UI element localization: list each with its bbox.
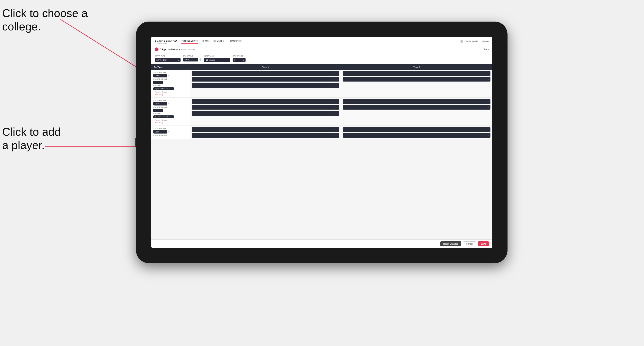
player-x-2-1[interactable]: × [486, 72, 486, 75]
player-chevron-3-2[interactable]: ⌄ [336, 106, 338, 108]
player-chevron-2-1[interactable]: ⌄ [488, 72, 489, 75]
nav-tournaments[interactable]: TOURNAMENTS [182, 39, 198, 44]
intervals-select[interactable]: 10 Minutes 5 Minutes 15 Minutes [204, 58, 230, 62]
intervals-label: Intervals [204, 55, 230, 57]
course-remove-1[interactable]: × [169, 88, 170, 90]
group-row-2: Starting Time: ⏱ Starting Hole: ⌃⌄ Cours… [151, 98, 492, 126]
course-name-1: (A) Peachtree GC [155, 88, 168, 90]
group-size-select[interactable]: 3 2 4 [232, 58, 246, 62]
player-slot-4-1[interactable]: × ⌄ [343, 99, 490, 104]
group-size-group: Group Size 3 2 4 [232, 55, 246, 62]
cancel-button[interactable]: Cancel [463, 241, 476, 246]
schedule-area: Tee Time Team 1 Team 2 Starting Time: ⏱ … [151, 64, 492, 239]
player-chevron-1-1[interactable]: ⌄ [336, 72, 338, 75]
nav-rankings[interactable]: RANKINGS [230, 39, 242, 44]
course-slot-2[interactable]: × ⌄ [192, 111, 339, 116]
starting-hole-input-2[interactable] [153, 109, 163, 112]
sign-out-link[interactable]: Sign out [482, 40, 489, 42]
course-chevron-slot-1[interactable]: ⌄ [336, 85, 338, 87]
add-group-2[interactable]: + Add Group [153, 122, 188, 124]
logo-sub: Powered by clippd [155, 42, 177, 44]
starting-hole-label-2: Starting Hole: [153, 106, 188, 108]
player-x-5-2[interactable]: × [334, 134, 336, 136]
remove-group-1[interactable]: ○ Remove Group [153, 91, 188, 93]
intervals-group: Intervals 10 Minutes 5 Minutes 15 Minute… [204, 55, 230, 62]
course-chevron-1[interactable]: ⌄ [171, 88, 172, 90]
player-x-1-2[interactable]: × [334, 78, 336, 80]
starting-time-input-1[interactable] [153, 74, 167, 77]
course-chevron-slot-2[interactable]: ⌄ [336, 113, 338, 115]
tablet-frame: SCOREBOARD Powered by clippd TOURNAMENTS… [136, 21, 508, 263]
remove-icon-1: ○ [153, 91, 154, 93]
remove-group-2[interactable]: ○ Remove Group [153, 119, 188, 121]
group-team2-2: × ⌄ × ⌄ [341, 98, 492, 126]
player-slot-2-2[interactable]: × ⌄ [343, 77, 490, 82]
player-x-1-1[interactable]: × [334, 72, 336, 75]
user-email: blair@clippd.io [465, 40, 478, 42]
col-team2: Team 2 [341, 64, 492, 70]
player-chevron-1-2[interactable]: ⌄ [336, 78, 338, 80]
group-left-2: Starting Time: ⏱ Starting Hole: ⌃⌄ Cours… [151, 98, 190, 126]
player-chevron-4-2[interactable]: ⌄ [488, 106, 489, 108]
starting-hole-input-1[interactable] [153, 81, 163, 84]
player-chevron-6-2[interactable]: ⌄ [488, 134, 489, 136]
player-x-5-1[interactable]: × [334, 129, 336, 131]
logo-area: SCOREBOARD Powered by clippd [155, 39, 177, 44]
player-chevron-6-1[interactable]: ⌄ [488, 129, 489, 131]
tournament-status: Hosting [188, 48, 195, 50]
course-x-1[interactable]: × [334, 85, 336, 87]
player-slot-6-2[interactable]: × ⌄ [343, 133, 490, 138]
annotation-choose-college: Click to choose a college. [2, 6, 88, 33]
player-x-2-2[interactable]: × [486, 78, 486, 80]
player-slot-1-2[interactable]: × ⌄ [192, 77, 339, 82]
course-tag-1[interactable]: (A) Peachtree GC × ⌄ [153, 87, 174, 90]
player-slot-3-1[interactable]: × ⌄ [192, 99, 339, 104]
player-x-4-1[interactable]: × [486, 101, 486, 103]
tablet-screen: SCOREBOARD Powered by clippd TOURNAMENTS… [151, 37, 492, 248]
nav-committee[interactable]: COMMITTEE [213, 39, 226, 44]
group-team1-1: × ⌄ × ⌄ × ⌄ [190, 70, 341, 98]
starting-time-input-2[interactable] [153, 102, 167, 106]
nav-right: blair@clippd.io | Sign out [460, 40, 489, 43]
group-left-3: Starting Time: ⏱ Starting Hole: [151, 126, 190, 139]
course-x-2[interactable]: × [334, 113, 336, 115]
start-type-select[interactable]: 1st Tee Start Shotgun Start [155, 58, 180, 62]
player-x-3-2[interactable]: × [334, 106, 336, 108]
player-slot-3-2[interactable]: × ⌄ [192, 105, 339, 110]
clock-icon-2: ⏱ [168, 103, 170, 105]
player-chevron-5-1[interactable]: ⌄ [336, 129, 338, 131]
player-x-3-1[interactable]: × [334, 101, 336, 103]
player-slot-4-2[interactable]: × ⌄ [343, 105, 490, 110]
player-chevron-5-2[interactable]: ⌄ [336, 134, 338, 136]
starting-time-row-3: ⏱ [153, 130, 188, 134]
player-slot-1-1[interactable]: × ⌄ [192, 71, 339, 76]
player-x-4-2[interactable]: × [486, 106, 486, 108]
col-team1: Team 1 [190, 64, 341, 70]
intervals-select-wrapper: 10 Minutes 5 Minutes 15 Minutes [204, 58, 230, 62]
player-chevron-2-2[interactable]: ⌄ [488, 78, 489, 80]
save-button[interactable]: Save [478, 241, 489, 246]
player-x-6-2[interactable]: × [486, 134, 486, 136]
course-chevron-2[interactable]: ⌄ [171, 116, 172, 118]
schedule-header: Tee Time Team 1 Team 2 [151, 64, 492, 70]
player-chevron-4-1[interactable]: ⌄ [488, 101, 489, 103]
clock-icon-1: ⏱ [168, 75, 170, 77]
starting-time-input-3[interactable] [153, 130, 167, 134]
nav-teams[interactable]: TEAMS [202, 39, 210, 44]
player-slot-6-1[interactable]: × ⌄ [343, 127, 490, 132]
back-button[interactable]: Back [484, 48, 489, 51]
player-chevron-3-1[interactable]: ⌄ [336, 101, 338, 103]
player-slot-5-2[interactable]: × ⌄ [192, 133, 339, 138]
player-slot-2-1[interactable]: × ⌄ [343, 71, 490, 76]
course-tag-2[interactable]: 🏌 East Lake GC × ⌄ [153, 115, 174, 118]
course-row-1: (A) Peachtree GC × ⌄ [153, 87, 188, 90]
course-remove-2[interactable]: × [169, 116, 170, 118]
starting-hole-label-1: Starting Hole: [153, 78, 188, 80]
player-x-6-1[interactable]: × [486, 129, 486, 131]
player-slot-5-1[interactable]: × ⌄ [192, 127, 339, 132]
start-time-input[interactable] [183, 58, 198, 61]
course-slot-1[interactable]: × ⌄ [192, 83, 339, 88]
reset-button[interactable]: Reset Changes [440, 241, 461, 246]
add-group-1[interactable]: + Add Group [153, 94, 188, 96]
start-time-input-row: 🕐 [183, 58, 202, 61]
